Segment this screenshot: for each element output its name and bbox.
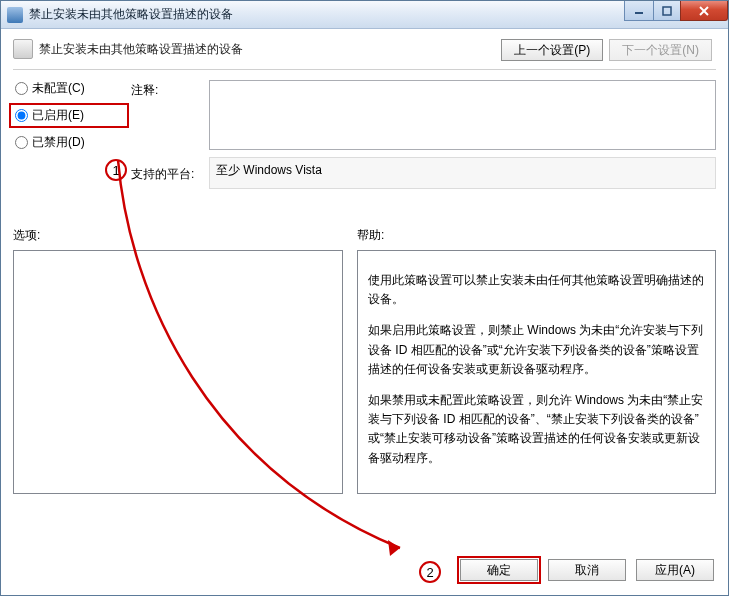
radio-not-configured[interactable]: 未配置(C) (15, 80, 123, 97)
note-textarea[interactable] (209, 80, 716, 150)
window-title: 禁止安装未由其他策略设置描述的设备 (29, 6, 233, 23)
minimize-button[interactable] (624, 1, 654, 21)
header-row: 禁止安装未由其他策略设置描述的设备 上一个设置(P) 下一个设置(N) (13, 39, 716, 61)
help-label: 帮助: (357, 227, 716, 244)
app-icon (7, 7, 23, 23)
options-label: 选项: (13, 227, 343, 244)
radio-not-configured-label: 未配置(C) (32, 80, 85, 97)
supported-on-label: 支持的平台: (131, 164, 201, 183)
title-bar[interactable]: 禁止安装未由其他策略设置描述的设备 (1, 1, 728, 29)
cancel-button[interactable]: 取消 (548, 559, 626, 581)
policy-title: 禁止安装未由其他策略设置描述的设备 (39, 41, 243, 58)
maximize-icon (662, 6, 672, 16)
apply-button[interactable]: 应用(A) (636, 559, 714, 581)
help-pane[interactable]: 使用此策略设置可以禁止安装未由任何其他策略设置明确描述的设备。 如果启用此策略设… (357, 250, 716, 494)
policy-icon (13, 39, 33, 59)
radio-enabled-input[interactable] (15, 109, 28, 122)
radio-enabled[interactable]: 已启用(E) (9, 103, 129, 128)
nav-buttons: 上一个设置(P) 下一个设置(N) (501, 39, 716, 61)
policy-header: 禁止安装未由其他策略设置描述的设备 (13, 39, 243, 59)
options-pane[interactable] (13, 250, 343, 494)
dialog-footer: 确定 取消 应用(A) (460, 559, 714, 581)
separator (13, 69, 716, 70)
radio-not-configured-input[interactable] (15, 82, 28, 95)
annotation-badge-2: 2 (419, 561, 441, 583)
radio-enabled-label: 已启用(E) (32, 107, 84, 124)
window-controls (625, 1, 728, 21)
note-label: 注释: (131, 80, 201, 99)
options-column: 选项: (13, 227, 343, 494)
ok-button[interactable]: 确定 (460, 559, 538, 581)
help-paragraph: 如果启用此策略设置，则禁止 Windows 为未由“允许安装与下列设备 ID 相… (368, 321, 705, 379)
supported-on-box: 至少 Windows Vista (209, 157, 716, 189)
previous-setting-button[interactable]: 上一个设置(P) (501, 39, 603, 61)
radio-disabled[interactable]: 已禁用(D) (15, 134, 123, 151)
next-setting-button[interactable]: 下一个设置(N) (609, 39, 712, 61)
radio-disabled-input[interactable] (15, 136, 28, 149)
minimize-icon (634, 6, 644, 16)
state-radio-group: 未配置(C) 已启用(E) 已禁用(D) (13, 80, 123, 151)
help-paragraph: 如果禁用或未配置此策略设置，则允许 Windows 为未由“禁止安装与下列设备 … (368, 391, 705, 468)
dialog-window: 禁止安装未由其他策略设置描述的设备 禁止安装未由其他策略设置描述的设备 上一个设… (0, 0, 729, 596)
svg-rect-1 (663, 7, 671, 15)
supported-on-text: 至少 Windows Vista (216, 163, 322, 177)
maximize-button[interactable] (653, 1, 681, 21)
close-button[interactable] (680, 1, 728, 21)
radio-disabled-label: 已禁用(D) (32, 134, 85, 151)
help-paragraph: 使用此策略设置可以禁止安装未由任何其他策略设置明确描述的设备。 (368, 271, 705, 309)
help-column: 帮助: 使用此策略设置可以禁止安装未由任何其他策略设置明确描述的设备。 如果启用… (357, 227, 716, 494)
annotation-badge-1: 1 (105, 159, 127, 181)
client-area: 禁止安装未由其他策略设置描述的设备 上一个设置(P) 下一个设置(N) 未配置(… (1, 29, 728, 595)
close-icon (698, 6, 710, 16)
lower-panes: 选项: 帮助: 使用此策略设置可以禁止安装未由任何其他策略设置明确描述的设备。 … (13, 227, 716, 494)
